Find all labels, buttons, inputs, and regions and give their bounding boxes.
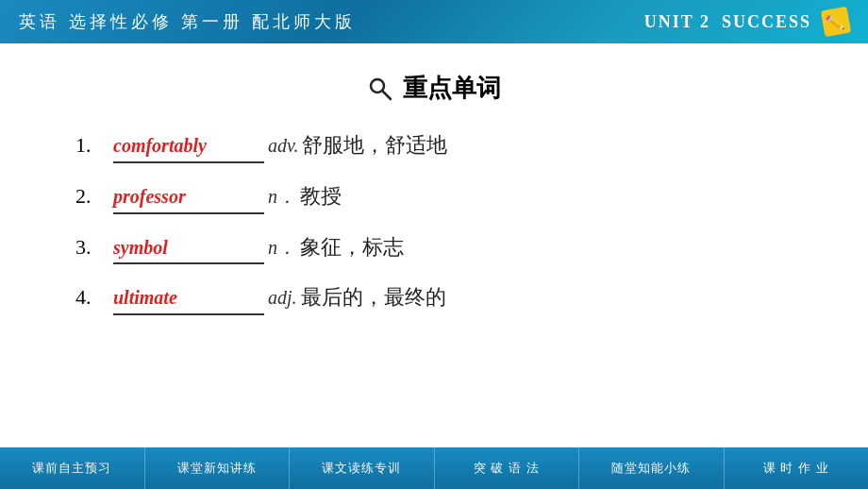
vocab-pos-2: n． [268,183,296,210]
tab-homework[interactable]: 课 时 作 业 [725,447,869,489]
pencil-icon: ✏️ [821,7,851,37]
vocab-definition-4: 最后的，最终的 [301,283,446,312]
vocab-pos-4: adj. [268,284,297,311]
tab-grammar[interactable]: 突 破 语 法 [435,447,580,489]
vocab-word-box-2: professor [113,182,264,214]
vocab-word-1: comfortably [113,135,207,156]
vocab-word-box-1: comfortably [113,131,264,163]
main-content: 重点单词 1. comfortably adv. 舒服地，舒适地 2. prof… [0,43,868,344]
header: 英语 选择性必修 第一册 配北师大版 UNIT 2 SUCCESS ✏️ [0,0,868,43]
list-item: 2. professor n． 教授 [75,182,793,214]
header-title: 英语 选择性必修 第一册 配北师大版 [19,10,356,33]
footer-nav: 课前自主预习 课堂新知讲练 课文读练专训 突 破 语 法 随堂知能小练 课 时 … [0,447,868,489]
section-title-text: 重点单词 [403,72,501,105]
success-label: SUCCESS [722,12,811,32]
section-title: 重点单词 [57,72,811,105]
vocab-number: 4. [75,283,113,312]
vocab-number: 1. [75,131,113,160]
tab-preview[interactable]: 课前自主预习 [0,447,145,489]
vocab-definition-3: 象征，标志 [300,233,404,262]
header-right: UNIT 2 SUCCESS ✏️ [644,8,849,35]
vocab-number: 3. [75,233,113,262]
list-item: 4. ultimate adj. 最后的，最终的 [75,283,793,315]
vocab-word-box-4: ultimate [113,283,264,315]
vocab-list: 1. comfortably adv. 舒服地，舒适地 2. professor… [57,131,811,315]
unit-label: UNIT 2 [644,12,710,32]
search-icon [367,76,393,102]
svg-line-1 [383,91,392,99]
vocab-word-2: professor [113,186,186,207]
tab-practice[interactable]: 随堂知能小练 [579,447,725,489]
tab-reading[interactable]: 课文读练专训 [290,447,435,489]
vocab-word-3: symbol [113,237,168,258]
tab-new-knowledge[interactable]: 课堂新知讲练 [145,447,291,489]
vocab-definition-2: 教授 [300,182,342,211]
vocab-word-4: ultimate [113,287,177,308]
vocab-word-box-3: symbol [113,233,264,265]
vocab-pos-1: adv. [268,132,298,159]
vocab-number: 2. [75,182,113,211]
vocab-pos-3: n． [268,234,296,261]
list-item: 3. symbol n． 象征，标志 [75,233,793,265]
list-item: 1. comfortably adv. 舒服地，舒适地 [75,131,793,163]
vocab-definition-1: 舒服地，舒适地 [302,131,447,160]
